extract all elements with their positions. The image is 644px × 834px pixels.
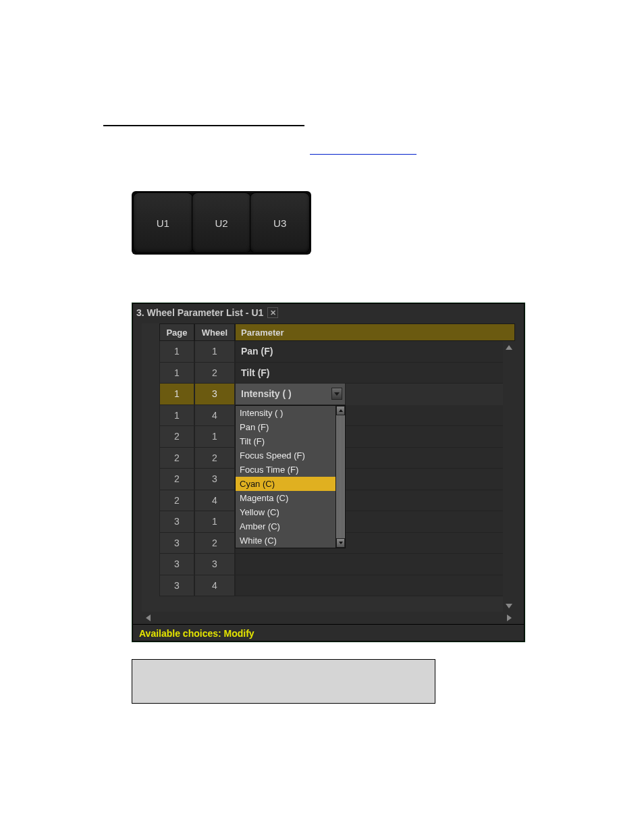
close-icon[interactable]: ✕ bbox=[267, 307, 278, 318]
scroll-up-icon[interactable] bbox=[503, 341, 515, 353]
horizontal-scrollbar[interactable] bbox=[142, 612, 515, 624]
u1-key[interactable]: U1 bbox=[134, 193, 192, 253]
cell-wheel: 4 bbox=[194, 490, 235, 512]
cell-wheel: 4 bbox=[194, 575, 235, 597]
cell-parameter[interactable]: Intensity ( ) bbox=[235, 384, 346, 405]
dialog-status-bar: Available choices: Modify bbox=[132, 624, 525, 642]
cell-parameter[interactable]: Pan (F) bbox=[235, 341, 515, 363]
scroll-left-icon[interactable] bbox=[142, 612, 154, 624]
scroll-up-icon[interactable] bbox=[336, 406, 345, 415]
u3-key[interactable]: U3 bbox=[250, 193, 309, 253]
dropdown-option[interactable]: Tilt (F) bbox=[236, 434, 336, 448]
table-area: Page Wheel Parameter 11Pan (F)12Tilt (F)… bbox=[159, 323, 515, 612]
cell-page: 2 bbox=[159, 469, 194, 490]
cell-wheel: 2 bbox=[194, 363, 235, 384]
cell-page: 3 bbox=[159, 554, 194, 575]
dropdown-option[interactable]: Yellow (C) bbox=[236, 505, 336, 519]
dialog-title: 3. Wheel Parameter List - U1 bbox=[136, 307, 263, 318]
u-keys-row: U1 U2 U3 bbox=[132, 191, 311, 255]
cell-wheel: 1 bbox=[194, 426, 235, 448]
dropdown-option[interactable]: Magenta (C) bbox=[236, 491, 336, 505]
cell-page: 1 bbox=[159, 405, 194, 427]
dropdown-scrollbar[interactable] bbox=[336, 406, 345, 548]
dropdown-option[interactable]: Focus Speed (F) bbox=[236, 448, 336, 463]
column-header-parameter[interactable]: Parameter bbox=[235, 323, 515, 341]
cell-page: 3 bbox=[159, 511, 194, 533]
dropdown-option[interactable]: White (C) bbox=[236, 533, 336, 548]
table-body: 11Pan (F)12Tilt (F)13Intensity ( )142122… bbox=[159, 341, 515, 596]
table-row[interactable]: 33 bbox=[159, 554, 515, 575]
cell-wheel: 3 bbox=[194, 554, 235, 575]
dropdown-option[interactable]: Intensity ( ) bbox=[236, 406, 336, 420]
cell-page: 2 bbox=[159, 426, 194, 448]
decorative-line-blue bbox=[310, 154, 417, 155]
cell-page: 3 bbox=[159, 533, 194, 554]
column-header-page[interactable]: Page bbox=[159, 323, 194, 341]
dropdown-option[interactable]: Cyan (C) bbox=[236, 477, 336, 491]
status-text: Available choices: Modify bbox=[139, 628, 254, 639]
cell-parameter[interactable] bbox=[235, 575, 515, 597]
dropdown-option[interactable]: Pan (F) bbox=[236, 420, 336, 434]
cell-parameter[interactable] bbox=[235, 554, 515, 575]
decorative-line-black bbox=[103, 125, 304, 126]
column-header-wheel[interactable]: Wheel bbox=[194, 323, 235, 341]
scroll-right-icon[interactable] bbox=[503, 612, 515, 624]
scroll-down-icon[interactable] bbox=[503, 600, 515, 612]
u2-key[interactable]: U2 bbox=[192, 193, 251, 253]
dropdown-option[interactable]: Amber (C) bbox=[236, 519, 336, 533]
table-row[interactable]: 34 bbox=[159, 575, 515, 597]
cell-wheel: 1 bbox=[194, 341, 235, 363]
cell-page: 3 bbox=[159, 575, 194, 597]
dropdown-toggle-icon[interactable] bbox=[331, 388, 342, 400]
table-row[interactable]: 13Intensity ( ) bbox=[159, 384, 515, 405]
cell-wheel: 1 bbox=[194, 511, 235, 533]
parameter-dropdown[interactable]: Intensity ( )Pan (F)Tilt (F)Focus Speed … bbox=[235, 405, 346, 548]
table-row[interactable]: 12Tilt (F) bbox=[159, 363, 515, 384]
cell-wheel: 3 bbox=[194, 469, 235, 490]
table-header-row: Page Wheel Parameter bbox=[159, 323, 515, 341]
table-row[interactable]: 11Pan (F) bbox=[159, 341, 515, 363]
cell-page: 2 bbox=[159, 448, 194, 469]
gray-box bbox=[132, 659, 435, 704]
cell-page: 1 bbox=[159, 363, 194, 384]
cell-page: 1 bbox=[159, 384, 194, 405]
cell-page: 1 bbox=[159, 341, 194, 363]
wheel-parameter-dialog: 3. Wheel Parameter List - U1 ✕ Page Whee… bbox=[132, 303, 525, 642]
vertical-scrollbar[interactable] bbox=[503, 341, 515, 612]
cell-wheel: 2 bbox=[194, 533, 235, 554]
dialog-titlebar: 3. Wheel Parameter List - U1 ✕ bbox=[132, 303, 525, 322]
cell-wheel: 2 bbox=[194, 448, 235, 469]
dialog-body: Page Wheel Parameter 11Pan (F)12Tilt (F)… bbox=[142, 323, 515, 612]
cell-wheel: 3 bbox=[194, 384, 235, 405]
cell-page: 2 bbox=[159, 490, 194, 512]
cell-parameter[interactable]: Tilt (F) bbox=[235, 363, 515, 384]
dropdown-option[interactable]: Focus Time (F) bbox=[236, 463, 336, 477]
scroll-down-icon[interactable] bbox=[336, 538, 345, 548]
cell-wheel: 4 bbox=[194, 405, 235, 427]
